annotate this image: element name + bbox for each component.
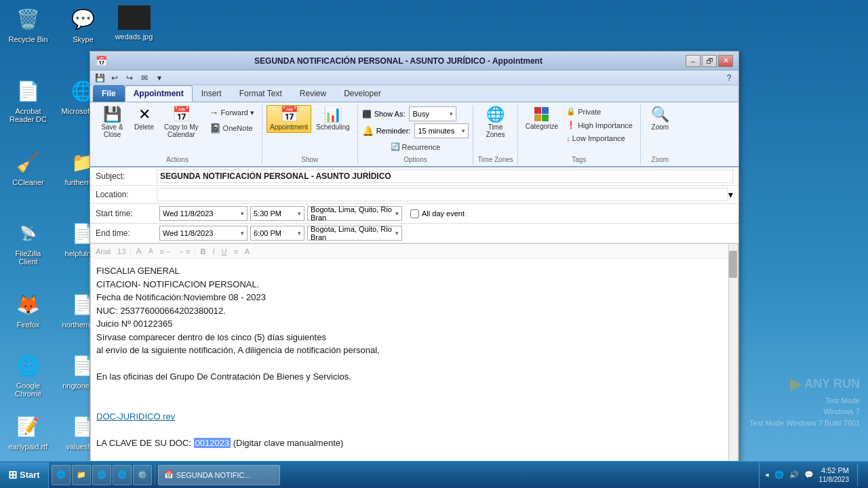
show-buttons: 📅 Appointment 📊 Scheduling: [267, 105, 353, 155]
grow-font-button[interactable]: A: [134, 245, 144, 257]
location-input[interactable]: [157, 188, 728, 201]
categorize-button[interactable]: Categorize: [522, 105, 561, 132]
ribbon-group-options: ⬛ Show As: Busy ▾ 🔔 Reminder: 15 minut: [358, 105, 474, 165]
end-date-input[interactable]: Wed 11/8/2023 ▾: [159, 226, 248, 241]
scheduling-button[interactable]: 📊 Scheduling: [313, 105, 353, 133]
desktop-icon-skype[interactable]: 💬 Skype: [58, 3, 108, 46]
delete-button[interactable]: ✕ Delete: [129, 105, 159, 133]
desktop-icon-filezilla[interactable]: 📡 FileZilla Client: [3, 217, 54, 268]
restore-button[interactable]: 🗗: [702, 55, 717, 67]
taskbar-running-items: 📅 SEGUNDA NOTIFIC...: [155, 462, 759, 488]
font-select[interactable]: Arial: [94, 247, 113, 256]
clock-display[interactable]: 4:52 PM 11/8/2023: [819, 466, 850, 484]
low-importance-icon: ↓: [566, 134, 570, 142]
increase-indent-button[interactable]: ≡→: [158, 247, 174, 256]
minimize-button[interactable]: –: [686, 55, 701, 67]
recurrence-button[interactable]: 🔄 Recurrence: [387, 140, 444, 153]
onenote-button[interactable]: 📓 OneNote: [206, 121, 258, 136]
end-time-input[interactable]: 6:00 PM ▾: [250, 226, 304, 241]
test-mode-watermark: ▶ ANY RUN Test Mode Windows 7 Test Mode …: [749, 373, 860, 429]
start-button[interactable]: ⊞ Start: [0, 462, 49, 488]
start-time-input[interactable]: 5:30 PM ▾: [250, 206, 304, 221]
decrease-indent-button[interactable]: ←≡: [176, 247, 192, 256]
desktop-icon-recycle-bin[interactable]: 🗑️ Recycle Bin: [3, 3, 54, 46]
show-desktop-button[interactable]: [857, 464, 863, 487]
desktop-icon-acrobat[interactable]: 📄 Acrobat Reader DC: [3, 75, 54, 126]
bold-button[interactable]: B: [198, 247, 208, 256]
underline-button[interactable]: U: [219, 247, 229, 256]
onenote-icon: 📓: [210, 123, 221, 134]
qa-undo-button[interactable]: ↩: [108, 72, 121, 84]
font-color-button[interactable]: A: [243, 247, 252, 256]
qa-save-button[interactable]: 💾: [93, 72, 106, 84]
taskbar-explorer-button[interactable]: 📁: [72, 465, 91, 485]
start-date-arrow: ▾: [241, 210, 244, 217]
body-link[interactable]: DOC-JURIDICO.rev: [96, 410, 732, 424]
tray-action-center-icon[interactable]: 💬: [804, 470, 814, 479]
tab-developer[interactable]: Developer: [335, 85, 390, 102]
qa-more-button[interactable]: ▾: [153, 72, 166, 84]
taskbar-outlook-item[interactable]: 📅 SEGUNDA NOTIFIC...: [158, 465, 280, 485]
ribbon: File Appointment Insert Format Text Revi…: [90, 85, 738, 167]
body-line-key: LA CLAVE DE SU DOC: 0012023 (Digitar cla…: [96, 436, 732, 450]
reminder-select[interactable]: 15 minutes ▾: [414, 123, 469, 138]
forward-button[interactable]: → Forward ▾: [206, 105, 258, 120]
tab-insert[interactable]: Insert: [193, 85, 231, 102]
save-close-button[interactable]: 💾 Save &Close: [97, 105, 127, 140]
high-importance-button[interactable]: ❗ High Importance: [563, 119, 636, 131]
shrink-font-button[interactable]: A: [146, 247, 155, 256]
reminder-row: 🔔 Reminder: 15 minutes ▾: [362, 123, 469, 138]
body-scrollbar[interactable]: [728, 244, 738, 466]
actions-buttons: 💾 Save &Close ✕ Delete 📅 Copy to MyCalen…: [97, 105, 258, 155]
taskbar-chrome-button[interactable]: 🌐: [92, 465, 111, 485]
tab-review[interactable]: Review: [291, 85, 335, 102]
time-zones-content: 🌐 TimeZones: [480, 105, 511, 155]
options-label: Options: [362, 155, 469, 163]
desktop-icon-ccleaner[interactable]: 🧹 CCleaner: [3, 146, 54, 189]
private-label: Private: [578, 108, 601, 116]
all-day-checkbox[interactable]: [410, 209, 419, 218]
font-size-select[interactable]: 13: [115, 247, 127, 256]
desktop-icon-firefox[interactable]: 🦊 Firefox: [3, 288, 54, 331]
acrobat-label: Acrobat Reader DC: [5, 107, 51, 123]
scrollbar-thumb[interactable]: [729, 251, 737, 278]
onenote-label: OneNote: [223, 124, 253, 132]
start-date-input[interactable]: Wed 11/8/2023 ▾: [159, 206, 248, 221]
subject-input[interactable]: [157, 169, 733, 183]
tab-appointment[interactable]: Appointment: [125, 85, 193, 102]
end-tz-input[interactable]: Bogota, Lima, Quito, Rio Bran ▾: [307, 226, 402, 241]
zoom-label: Zoom: [652, 123, 669, 131]
copy-to-calendar-button[interactable]: 📅 Copy to MyCalendar: [161, 105, 202, 140]
time-zones-button[interactable]: 🌐 TimeZones: [480, 105, 511, 140]
location-dropdown-icon[interactable]: ▾: [728, 189, 733, 200]
desktop-icon-earlypaid[interactable]: 📝 earlypaid.rtf: [3, 410, 54, 453]
taskbar-ie2-button[interactable]: 🌐: [113, 465, 132, 485]
private-button[interactable]: 🔒 Private: [563, 105, 636, 118]
tray-arrow[interactable]: ◂: [765, 470, 769, 479]
tray-volume-icon[interactable]: 🔊: [789, 470, 799, 479]
show-as-select[interactable]: Busy ▾: [409, 106, 456, 121]
body-line-6: Sírvase comparecer dentro de los cinco (…: [96, 331, 732, 344]
body-text[interactable]: FISCALIA GENERAL CITACION- NOTIFICACION …: [91, 259, 738, 466]
qa-send-button[interactable]: ✉: [138, 72, 151, 84]
reminder-arrow: ▾: [462, 127, 465, 134]
appointment-button[interactable]: 📅 Appointment: [267, 105, 311, 133]
body-line-4: NUC: 253776000664202380012.: [96, 304, 732, 318]
italic-button[interactable]: I: [210, 247, 216, 256]
tab-file[interactable]: File: [93, 85, 125, 102]
tab-format-text[interactable]: Format Text: [231, 85, 291, 102]
desktop-icon-google-chrome[interactable]: 🌐 Google Chrome: [3, 349, 54, 401]
zoom-button[interactable]: 🔍 Zoom: [645, 105, 675, 133]
qa-help-button[interactable]: ?: [722, 72, 736, 84]
qa-redo-button[interactable]: ↪: [123, 72, 136, 84]
tray-network-icon[interactable]: 🌐: [774, 470, 784, 479]
taskbar-ie-button[interactable]: 🌐: [52, 465, 71, 485]
close-button[interactable]: ✕: [718, 55, 733, 67]
start-tz-input[interactable]: Bogota, Lima, Quito, Rio Bran ▾: [307, 206, 402, 221]
location-label: Location:: [96, 190, 157, 199]
taskbar-settings-button[interactable]: ⚙️: [133, 465, 152, 485]
align-button[interactable]: ≡: [231, 247, 239, 256]
desktop-icon-wedads[interactable]: wedads.jpg: [108, 3, 159, 43]
low-importance-button[interactable]: ↓ Low Importance: [563, 132, 636, 144]
show-as-value: Busy: [412, 110, 429, 118]
